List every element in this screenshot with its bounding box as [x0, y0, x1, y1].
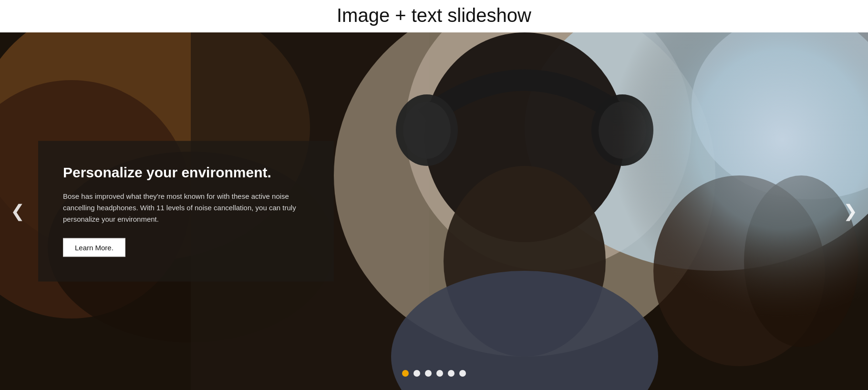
next-slide-button[interactable]: ❯	[838, 198, 862, 225]
learn-more-button[interactable]: Learn More.	[63, 238, 125, 257]
dot-1[interactable]	[402, 370, 409, 377]
prev-slide-button[interactable]: ❮	[6, 198, 30, 225]
slide-text-overlay: Personalize your environment. Bose has i…	[38, 141, 334, 282]
svg-rect-18	[525, 32, 868, 390]
page-title: Image + text slideshow	[0, 0, 868, 32]
dot-5[interactable]	[448, 370, 455, 377]
dot-4[interactable]	[436, 370, 443, 377]
slide-title: Personalize your environment.	[63, 164, 309, 181]
dot-6[interactable]	[459, 370, 466, 377]
slide-dots	[402, 370, 466, 377]
svg-point-11	[403, 102, 451, 159]
slide-body: Bose has improved what they're most know…	[63, 191, 309, 225]
dot-2[interactable]	[413, 370, 420, 377]
dot-3[interactable]	[425, 370, 432, 377]
slideshow: Personalize your environment. Bose has i…	[0, 32, 868, 390]
